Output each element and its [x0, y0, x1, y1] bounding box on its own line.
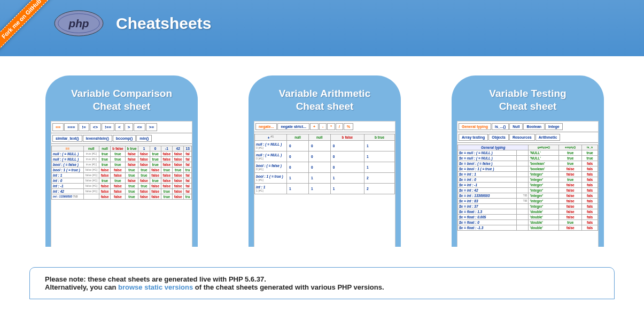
card-comparison[interactable]: Variable ComparisonCheat sheet =====!=<>…: [45, 75, 198, 247]
note-line1: Please note: these cheat sheets are gene…: [45, 275, 266, 283]
card-title: Variable ComparisonCheat sheet: [45, 87, 198, 113]
svg-text:php: php: [68, 17, 89, 29]
browse-static-link[interactable]: browse static versions: [118, 283, 193, 291]
card-title: Variable TestingCheat sheet: [452, 87, 604, 113]
card-testing[interactable]: Variable TestingCheat sheet General typi…: [452, 75, 604, 247]
note-box: Please note: these cheat sheets are gene…: [29, 267, 615, 299]
page-title: Cheatsheets: [116, 14, 211, 33]
fork-on-github-ribbon[interactable]: Fork me on GitHub: [0, 0, 59, 59]
cards-row: Variable ComparisonCheat sheet =====!=<>…: [0, 56, 644, 247]
fork-ribbon-label: Fork me on GitHub: [0, 0, 56, 53]
php-logo-icon: php: [53, 10, 104, 37]
card-arithmetic[interactable]: Variable ArithmeticCheat sheet negate...…: [249, 75, 401, 247]
page-header: php Cheatsheets: [0, 0, 644, 56]
card-preview: =====!=<>!==<><=>= similar_text()levensh…: [51, 121, 192, 247]
card-preview: General typingis_...()NullBooleanIntege …: [457, 121, 599, 247]
note-line2: Alternatively, you can browse static ver…: [45, 283, 384, 291]
card-preview: negate...negate strict...+-*/% + #1nulln…: [254, 121, 395, 247]
card-title: Variable ArithmeticCheat sheet: [249, 87, 401, 113]
